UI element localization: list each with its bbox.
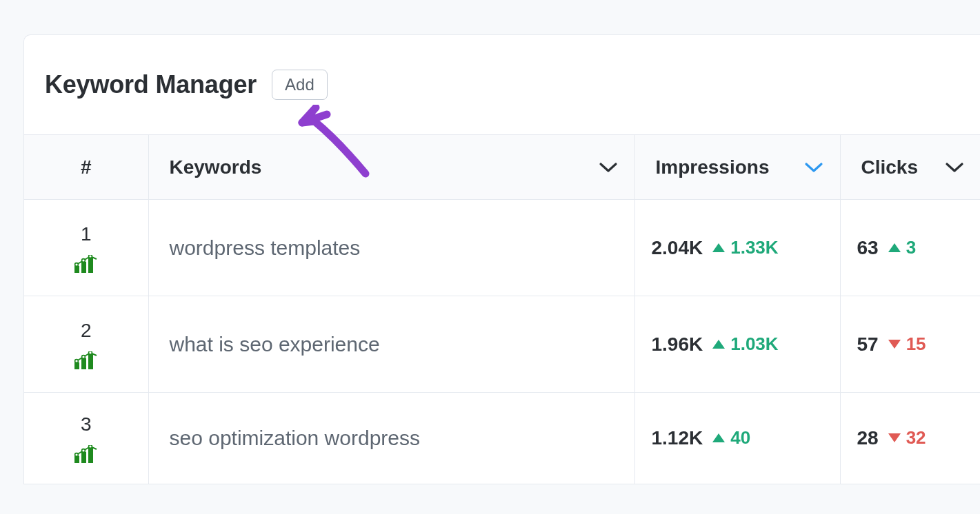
keywords-sort-control[interactable]: [599, 161, 618, 174]
chart-icon[interactable]: [73, 255, 99, 273]
trend-up-icon: [712, 340, 725, 349]
svg-point-9: [74, 359, 78, 362]
svg-point-3: [74, 263, 78, 266]
cell-keyword: seo optimization wordpress: [148, 393, 634, 484]
trend-down-icon: [888, 433, 901, 442]
cell-keyword: what is seo experience: [148, 296, 634, 393]
svg-point-10: [81, 355, 85, 358]
add-button[interactable]: Add: [272, 70, 328, 100]
impressions-value: 1.12K: [652, 427, 703, 449]
cell-number: 3: [24, 393, 148, 484]
clicks-sort-control[interactable]: [945, 161, 964, 174]
impressions-sort-control[interactable]: [804, 161, 823, 174]
col-header-keywords-label: Keywords: [170, 156, 262, 178]
svg-rect-14: [88, 448, 93, 463]
trend-up-icon: [712, 243, 725, 252]
table-header-row: # Keywords: [24, 135, 980, 200]
keyword-text[interactable]: seo optimization wordpress: [149, 426, 421, 449]
col-header-impressions: Impressions: [634, 135, 840, 200]
table-body: 1 wordpress templates 2.04K 1.33K 63 3: [24, 200, 980, 484]
clicks-delta-value: 15: [906, 333, 926, 355]
keyword-manager-card: Keyword Manager Add # Keywords: [23, 34, 980, 484]
trend-down-icon: [888, 340, 901, 349]
impressions-value: 1.96K: [652, 333, 703, 356]
row-number: 1: [81, 223, 92, 245]
cell-clicks: 63 3: [840, 200, 980, 296]
cell-clicks: 57 15: [840, 296, 980, 393]
svg-point-17: [88, 445, 92, 448]
row-number: 3: [81, 413, 92, 435]
trend-up-icon: [712, 433, 725, 442]
clicks-value: 28: [857, 427, 879, 449]
svg-point-4: [81, 258, 85, 262]
col-header-number-label: #: [81, 156, 92, 178]
impressions-delta-value: 1.33K: [730, 237, 778, 258]
chart-icon[interactable]: [73, 351, 99, 369]
impressions-delta: 1.33K: [712, 237, 778, 258]
clicks: 57 15: [841, 333, 981, 356]
table-row: 1 wordpress templates 2.04K 1.33K 63 3: [24, 200, 980, 296]
cell-impressions: 1.96K 1.03K: [634, 296, 840, 393]
impressions: 1.96K 1.03K: [635, 333, 840, 356]
table-row: 2 what is seo experience 1.96K 1.03K 57 …: [24, 296, 980, 393]
clicks: 63 3: [841, 237, 981, 259]
svg-rect-2: [88, 258, 93, 273]
keywords-table: # Keywords: [24, 134, 980, 484]
chevron-down-icon: [804, 161, 823, 174]
chevron-down-icon: [599, 161, 618, 174]
svg-rect-6: [74, 362, 79, 369]
svg-rect-0: [74, 266, 79, 273]
svg-rect-13: [81, 452, 86, 463]
svg-rect-12: [74, 456, 79, 463]
row-number: 2: [81, 320, 92, 342]
svg-rect-8: [88, 354, 93, 369]
card-header: Keyword Manager Add: [24, 35, 980, 134]
cell-impressions: 1.12K 40: [634, 393, 840, 484]
impressions-value: 2.04K: [652, 237, 703, 259]
keyword-text[interactable]: wordpress templates: [149, 236, 361, 259]
impressions-delta-value: 1.03K: [730, 333, 778, 355]
clicks-delta: 3: [888, 237, 916, 258]
svg-point-11: [88, 351, 92, 354]
clicks: 28 32: [841, 427, 981, 449]
clicks-delta: 15: [888, 333, 926, 355]
cell-number: 1: [24, 200, 148, 296]
table-row: 3 seo optimization wordpress 1.12K 40 28…: [24, 393, 980, 484]
impressions-delta: 40: [712, 427, 750, 449]
trend-up-icon: [888, 243, 901, 252]
col-header-impressions-label: Impressions: [656, 156, 770, 178]
col-header-keywords: Keywords: [148, 135, 634, 200]
page-title: Keyword Manager: [45, 70, 257, 99]
cell-impressions: 2.04K 1.33K: [634, 200, 840, 296]
clicks-delta: 32: [888, 427, 926, 449]
chevron-down-icon: [945, 161, 964, 174]
clicks-value: 57: [857, 333, 879, 356]
clicks-delta-value: 3: [906, 237, 916, 258]
cell-number: 2: [24, 296, 148, 393]
col-header-clicks: Clicks: [840, 135, 980, 200]
col-header-clicks-label: Clicks: [861, 156, 919, 178]
svg-point-5: [88, 255, 92, 258]
svg-rect-7: [81, 358, 86, 369]
cell-keyword: wordpress templates: [148, 200, 634, 296]
impressions-delta-value: 40: [730, 427, 750, 449]
svg-point-16: [81, 449, 85, 452]
svg-rect-1: [81, 262, 86, 273]
col-header-number: #: [24, 135, 148, 200]
chart-icon[interactable]: [73, 445, 99, 463]
impressions: 1.12K 40: [635, 427, 840, 449]
impressions: 2.04K 1.33K: [635, 237, 840, 259]
cell-clicks: 28 32: [840, 393, 980, 484]
clicks-value: 63: [857, 237, 879, 259]
keyword-text[interactable]: what is seo experience: [149, 333, 380, 356]
clicks-delta-value: 32: [906, 427, 926, 449]
svg-point-15: [74, 453, 78, 456]
impressions-delta: 1.03K: [712, 333, 778, 355]
